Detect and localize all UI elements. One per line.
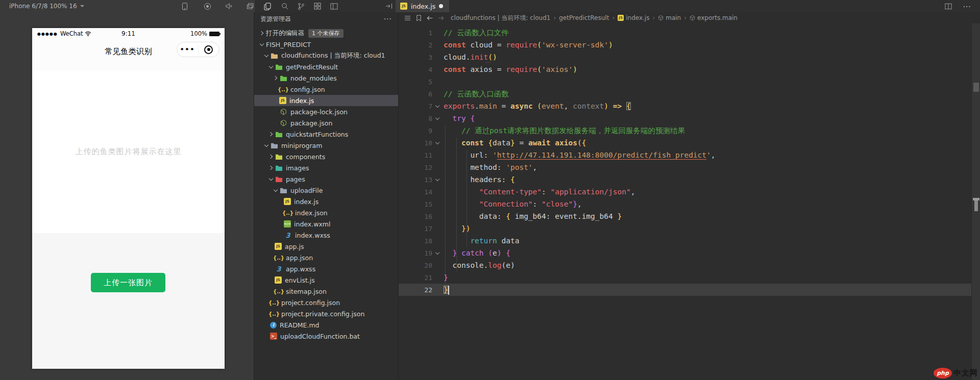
chevron-down-icon[interactable]: [267, 63, 275, 70]
fold-chevron-icon[interactable]: [432, 173, 444, 186]
explorer-actions-icon[interactable]: ···: [384, 15, 392, 23]
code-line-1[interactable]: 1// 云函数入口文件: [399, 27, 971, 39]
code-line-17[interactable]: 17 }): [399, 222, 971, 235]
code-line-4[interactable]: 4const axios = require('axios'): [399, 63, 971, 75]
code-line-18[interactable]: 18 return data: [399, 235, 971, 247]
code-editor[interactable]: ··· 1// 云函数入口文件2const cloud = require('w…: [399, 23, 971, 380]
chevron-down-icon[interactable]: [267, 175, 275, 183]
code-line-20[interactable]: 20 console.log(e): [399, 259, 971, 271]
tree-item-envlist.js[interactable]: JSenvList.js: [254, 274, 398, 286]
chevron-right-icon[interactable]: [267, 153, 275, 160]
chevron-down-icon[interactable]: [258, 41, 265, 48]
tree-item-config.json[interactable]: {..}config.json: [254, 84, 398, 95]
mute-icon[interactable]: [223, 0, 235, 12]
fold-chevron-icon[interactable]: [432, 100, 444, 112]
git-branch-icon[interactable]: [295, 0, 307, 12]
breadcrumb-item-main[interactable]: main: [658, 14, 681, 21]
record-icon[interactable]: [201, 0, 213, 12]
tree-item-app.js[interactable]: JSapp.js: [254, 241, 398, 252]
tree-item-index.js[interactable]: JSindex.js: [254, 196, 398, 207]
phone-icon[interactable]: [179, 0, 191, 12]
tree-item-package-lock.json[interactable]: package-lock.json: [254, 106, 398, 117]
code-line-3[interactable]: 3cloud.init(): [399, 51, 971, 63]
arrow-back-icon[interactable]: [424, 12, 435, 23]
code-line-7[interactable]: 7exports.main = async (event, context) =…: [399, 100, 971, 112]
miniprogram-capsule: •••: [177, 42, 219, 57]
list-icon[interactable]: [402, 12, 413, 23]
tree-item-index.js[interactable]: JSindex.js: [254, 95, 398, 106]
tree-item-index.wxss[interactable]: 3index.wxss: [254, 230, 398, 241]
code-line-6[interactable]: 6// 云函数入口函数: [399, 88, 971, 100]
breadcrumb-item-cloudfunctions-cloud1[interactable]: cloudfunctions | 当前环境: cloud1: [451, 14, 550, 22]
tree-item-components[interactable]: components: [254, 151, 398, 162]
tab-index-js[interactable]: JS index.js: [396, 0, 449, 12]
breadcrumb-item-getpredictresult[interactable]: getPredictResult: [559, 14, 609, 21]
arrow-forward-icon[interactable]: [435, 12, 447, 23]
layout-icon[interactable]: [328, 0, 340, 12]
tree-item-readme.md[interactable]: iREADME.md: [254, 319, 398, 331]
chevron-right-icon[interactable]: [272, 74, 279, 82]
tree-item-images[interactable]: images: [254, 162, 398, 173]
chevron-right-icon[interactable]: [267, 164, 275, 171]
fold-chevron-icon[interactable]: [432, 112, 444, 124]
chevron-down-icon[interactable]: [263, 142, 270, 149]
unsaved-dot-icon[interactable]: [439, 4, 443, 8]
tree-item-quickstartfunctions[interactable]: quickstartFunctions: [254, 129, 398, 140]
tree-item-uploadcloudfunction.bat[interactable]: >_uploadCloudFunction.bat: [254, 331, 398, 342]
tree-item-label: README.md: [280, 321, 320, 329]
folder-icon: [275, 63, 283, 71]
code-line-14[interactable]: 14 "Content-type": "application/json",: [399, 186, 971, 198]
split-editor-icon[interactable]: [942, 0, 954, 12]
tree-item-app.json[interactable]: {..}app.json: [254, 252, 398, 263]
code-line-15[interactable]: 15 "Connection": "close"},: [399, 198, 971, 210]
files-icon[interactable]: [261, 0, 274, 12]
breadcrumb-item-index.js[interactable]: JSindex.js: [618, 14, 649, 21]
code-line-11[interactable]: 11 url: 'http://47.114.191.148:8000/pred…: [399, 149, 971, 161]
bookmark-icon[interactable]: [413, 12, 424, 23]
code-line-2[interactable]: 2const cloud = require('wx-server-sdk'): [399, 39, 971, 51]
search-icon[interactable]: [279, 0, 291, 12]
chevron-right-icon[interactable]: [267, 131, 275, 138]
extensions-icon[interactable]: [311, 0, 324, 12]
tree-item-sitemap.json[interactable]: {..}sitemap.json: [254, 286, 398, 297]
tree-item-uploadfile[interactable]: uploadFile: [254, 185, 398, 196]
code-line-22[interactable]: 22}: [399, 284, 971, 296]
tree-item-app.wxss[interactable]: 3app.wxss: [254, 263, 398, 274]
code-line-16[interactable]: 16 data: { img_b64: event.img_b64 }: [399, 210, 971, 222]
collapse-sidebar-icon[interactable]: [383, 0, 395, 12]
tree-item-node_modules[interactable]: node_modules: [254, 72, 398, 84]
upload-image-button[interactable]: 上传一张图片: [91, 273, 165, 292]
code-line-10[interactable]: 10 const {data} = await axios({: [399, 137, 971, 149]
device-selector[interactable]: iPhone 6/7/8 100% 16: [9, 0, 84, 12]
chevron-down-icon[interactable]: [263, 52, 270, 59]
scrollbar-thumb-stem[interactable]: [974, 200, 978, 211]
tree-item-pages[interactable]: pages: [254, 173, 398, 185]
more-icon[interactable]: ⋯: [961, 0, 973, 12]
fold-spacer: [432, 39, 444, 51]
tree-item-index.wxml[interactable]: </>index.wxml: [254, 218, 398, 230]
breadcrumb-item-exports.main[interactable]: exports.main: [690, 14, 738, 21]
tree-item-fish_predict[interactable]: FISH_PREDICT: [254, 39, 398, 50]
code-line-5[interactable]: 5: [399, 75, 971, 88]
capsule-more-button[interactable]: •••: [177, 42, 198, 57]
tree-item-project.config.json[interactable]: {..}project.config.json: [254, 297, 398, 308]
tree-item-index.json[interactable]: {..}index.json: [254, 207, 398, 218]
code-line-21[interactable]: 21}: [399, 271, 971, 284]
tree-item-cloudfunctions-cloud1[interactable]: cloudfunctions | 当前环境: cloud1: [254, 50, 398, 61]
windows-icon[interactable]: [244, 0, 256, 12]
code-line-8[interactable]: 8 try {: [399, 112, 971, 124]
code-line-19[interactable]: 19 } catch (e) {: [399, 247, 971, 259]
tree-item-project.private.config.json[interactable]: {..}project.private.config.json: [254, 308, 398, 319]
code-line-13[interactable]: 13 headers: {: [399, 173, 971, 186]
editor-scrollbar[interactable]: [971, 23, 980, 380]
tree-item-miniprogram[interactable]: miniprogram: [254, 140, 398, 151]
chevron-down-icon[interactable]: [272, 187, 279, 194]
open-editors-section[interactable]: 打开的编辑器 1 个未保存: [254, 28, 398, 39]
code-line-9[interactable]: 9 // 通过post请求将图片数据发给服务端，并返回服务端的预测结果: [399, 124, 971, 137]
tree-item-getpredictresult[interactable]: getPredictResult: [254, 61, 398, 72]
code-line-12[interactable]: 12 method: 'post',: [399, 161, 971, 173]
tree-item-package.json[interactable]: package.json: [254, 117, 398, 129]
fold-chevron-icon[interactable]: [432, 247, 444, 259]
fold-chevron-icon[interactable]: [432, 137, 444, 149]
capsule-close-button[interactable]: [199, 42, 219, 57]
